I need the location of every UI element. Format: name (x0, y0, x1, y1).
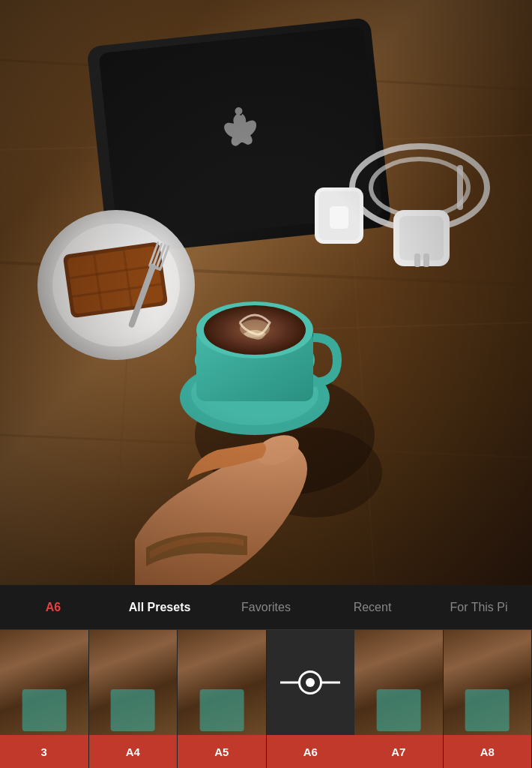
preset-item-a6[interactable]: A6 (267, 630, 355, 768)
preset-item-3[interactable]: 3 (0, 630, 89, 768)
preset-item-a8[interactable]: A8 (444, 630, 533, 768)
preset-label-a8: A8 (444, 735, 532, 768)
preset-label-3: 3 (0, 735, 88, 768)
tab-bar: A6 All Presets Favorites Recent For This… (0, 585, 532, 630)
tab-favorites[interactable]: Favorites (213, 601, 319, 614)
tab-for-this-photo[interactable]: For This Pi (426, 601, 532, 614)
preset-label-a4: A4 (89, 735, 178, 768)
preset-item-a5[interactable]: A5 (178, 630, 267, 768)
preset-label-a6: A6 (267, 735, 355, 768)
preset-item-a7[interactable]: A7 (354, 630, 444, 768)
main-photo (0, 0, 532, 585)
preset-label-a5: A5 (178, 735, 266, 768)
tab-a6[interactable]: A6 (0, 601, 106, 614)
preset-label-a7: A7 (354, 735, 443, 768)
tab-recent[interactable]: Recent (319, 601, 426, 614)
preset-item-a4[interactable]: A4 (89, 630, 178, 768)
tab-all-presets[interactable]: All Presets (106, 601, 213, 614)
preset-strip: 3 A4 A5 A6 A7 (0, 630, 532, 768)
